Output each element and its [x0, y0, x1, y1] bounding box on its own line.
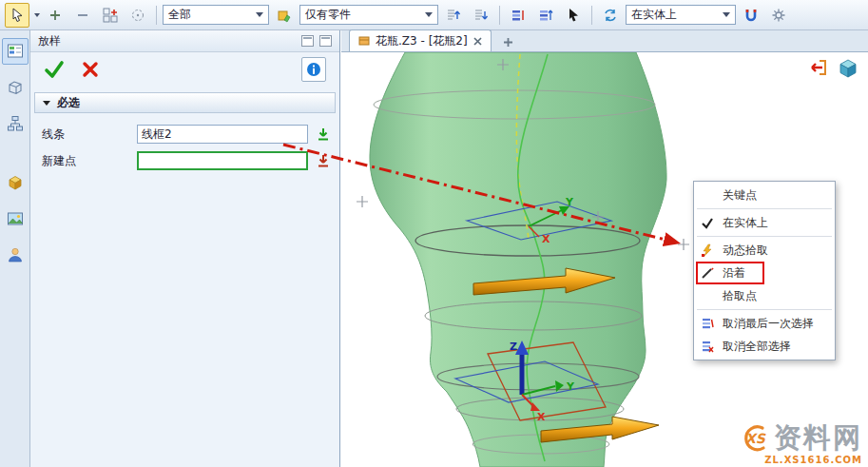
remove-selection-button[interactable]	[70, 3, 95, 28]
axis-z-label: Z	[510, 341, 517, 353]
cursor-icon	[567, 8, 581, 22]
menu-item-label: 拾取点	[723, 288, 757, 304]
pick-mode-dropdown[interactable]: 在实体上	[626, 5, 736, 25]
viewport-corner-buttons	[807, 58, 858, 79]
side-toolbar	[0, 30, 30, 467]
panel-actions	[30, 52, 339, 87]
menu-item-keypoint[interactable]: 关键点	[694, 184, 835, 206]
model-canvas[interactable]: Y X Z Y X	[341, 52, 868, 467]
menu-separator	[697, 208, 832, 209]
menu-item-label: 动态拾取	[723, 243, 768, 259]
exit-sketch-icon[interactable]	[807, 58, 828, 77]
settings-button[interactable]	[766, 3, 791, 28]
part-file-icon	[358, 35, 370, 47]
tab-vase-document[interactable]: 花瓶.Z3 - [花瓶2]	[349, 29, 492, 51]
list-order-down-button[interactable]	[469, 3, 493, 28]
part-filter-icon	[277, 8, 292, 23]
selection-stack-alt-button[interactable]	[533, 3, 558, 28]
axis-y-top-label: Y	[565, 196, 574, 208]
info-button[interactable]	[301, 57, 326, 82]
curves-row: 线条 线框2	[36, 121, 334, 147]
user-session-button[interactable]	[2, 242, 29, 268]
panel-title: 放样	[38, 33, 296, 49]
panel-float-icon[interactable]	[301, 35, 314, 47]
new-tab-button[interactable]	[499, 32, 518, 51]
lasso-select-button[interactable]	[125, 3, 150, 28]
entity-type-dropdown-value: 仅有零件	[305, 7, 351, 23]
curves-input-value: 线框2	[142, 126, 172, 143]
toolbar-separator	[156, 6, 157, 25]
curves-pick-button[interactable]	[316, 126, 331, 142]
menu-separator	[697, 236, 832, 237]
menu-item-label: 在实体上	[723, 215, 768, 231]
panel-dock-icon[interactable]	[319, 35, 332, 47]
ok-button[interactable]	[44, 60, 65, 79]
tab-title: 花瓶.Z3 - [花瓶2]	[376, 33, 468, 49]
curves-label: 线条	[36, 126, 137, 143]
zw3d-window: 全部 仅有零件	[0, 0, 868, 467]
menu-item-label: 取消最后一次选择	[723, 316, 814, 332]
chevron-down-icon	[425, 12, 433, 17]
collapse-arrow-icon	[43, 101, 50, 106]
pick-tool-caret-icon[interactable]	[34, 13, 40, 17]
new-point-pick-button[interactable]	[316, 153, 331, 168]
axis-y-label: Y	[566, 380, 575, 393]
manager-panel-button[interactable]	[2, 38, 29, 65]
info-icon	[306, 62, 321, 77]
watermark-brand: 资料网	[774, 419, 862, 457]
axis-x-label: X	[537, 411, 546, 423]
tree-icon	[7, 115, 24, 132]
watermark-logo-icon: XS	[734, 423, 772, 454]
menu-item-pick-point[interactable]: 拾取点	[694, 284, 835, 307]
loft-panel: 放样 必选 线条	[30, 30, 340, 467]
stack-bars-arrow-icon	[538, 8, 553, 23]
top-toolbar: 全部 仅有零件	[0, 0, 868, 30]
new-point-input[interactable]	[137, 151, 308, 170]
required-section-label: 必选	[57, 95, 80, 111]
chevron-down-icon	[723, 12, 730, 17]
tab-close-icon[interactable]	[473, 37, 482, 46]
menu-item-undo-last-pick[interactable]: 取消最后一次选择	[694, 312, 835, 335]
add-selection-button[interactable]	[43, 3, 68, 28]
watermark-url: ZL.XS1616.COM	[764, 455, 862, 465]
curves-input[interactable]: 线框2	[137, 125, 308, 144]
shape-filter-button[interactable]	[272, 3, 297, 28]
refilter-button[interactable]	[598, 3, 623, 28]
render-view-button[interactable]	[2, 205, 29, 232]
solid-view-button[interactable]	[2, 169, 29, 196]
menu-item-along[interactable]: 沿着	[694, 262, 835, 284]
stack-bars-icon	[511, 8, 526, 23]
sync-arrows-icon	[603, 8, 618, 23]
chevron-down-icon	[256, 12, 263, 17]
cursor-icon	[10, 8, 25, 22]
axis-x-top-label: X	[542, 233, 550, 245]
gear-icon	[771, 8, 786, 23]
magnet-icon	[743, 8, 759, 23]
pick-down-arrow-green-icon	[316, 126, 331, 142]
selection-stack-button[interactable]	[506, 3, 530, 28]
watermark-logo-text: XS	[745, 431, 766, 446]
snap-button[interactable]	[739, 3, 763, 28]
check-icon	[701, 216, 714, 229]
required-section-header[interactable]: 必选	[34, 92, 336, 113]
menu-item-label: 沿着	[723, 265, 745, 282]
solid-cube-icon	[7, 174, 24, 191]
list-order-up-button[interactable]	[441, 3, 466, 28]
filter-dropdown[interactable]: 全部	[163, 5, 269, 25]
menu-item-clear-all-picks[interactable]: 取消全部选择	[694, 335, 835, 358]
menu-item-dynamic-pick[interactable]: 动态拾取	[694, 239, 835, 262]
image-icon	[7, 210, 24, 227]
cancel-button[interactable]	[82, 61, 99, 78]
toolbar-separator	[499, 6, 500, 25]
new-point-label: 新建点	[36, 153, 137, 169]
entity-type-dropdown[interactable]: 仅有零件	[299, 5, 438, 25]
watermark: XS 资料网 ZL.XS1616.COM	[734, 419, 862, 465]
assembly-tree-button[interactable]	[2, 110, 29, 137]
pick-tool-button[interactable]	[5, 3, 29, 28]
view-cube-icon[interactable]	[838, 58, 858, 79]
toolbar-separator	[591, 6, 592, 25]
select-arrow-button[interactable]	[561, 3, 586, 28]
menu-item-on-entity[interactable]: 在实体上	[694, 211, 835, 234]
wireframe-view-button[interactable]	[2, 74, 29, 101]
multi-select-button[interactable]	[98, 3, 123, 28]
